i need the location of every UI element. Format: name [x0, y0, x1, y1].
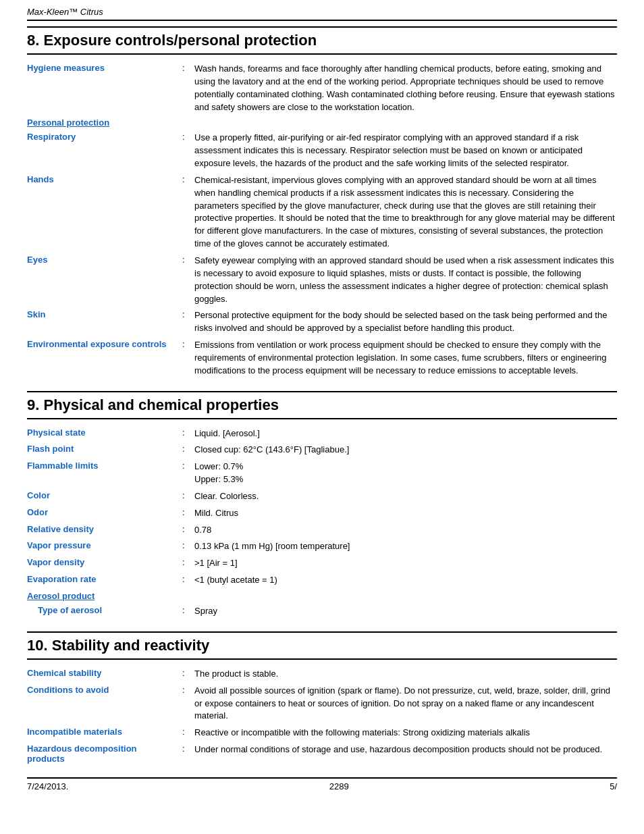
doc-header: Max-Kleen™ Citrus — [27, 7, 617, 21]
hazardous-decomposition-colon: : — [182, 744, 194, 754]
evaporation-rate-colon: : — [182, 574, 194, 584]
incompatible-materials-value: Reactive or incompatible with the follow… — [194, 727, 617, 739]
chemical-stability-label: Chemical stability — [27, 668, 182, 678]
color-label: Color — [27, 490, 182, 500]
odor-value: Mild. Citrus — [194, 507, 617, 520]
section-10-content: Chemical stability : The product is stab… — [27, 665, 617, 771]
section-8: 8. Exposure controls/personal protection… — [27, 26, 617, 384]
skin-value: Personal protective equipment for the bo… — [194, 309, 617, 335]
footer-date: 7/24/2013. — [27, 781, 68, 791]
skin-label: Skin — [27, 309, 182, 319]
relative-density-colon: : — [182, 524, 194, 534]
respiratory-row: Respiratory : Use a properly fitted, air… — [27, 132, 617, 170]
relative-density-label: Relative density — [27, 524, 182, 534]
odor-row: Odor : Mild. Citrus — [27, 507, 617, 520]
physical-state-label: Physical state — [27, 427, 182, 438]
respiratory-value: Use a properly fitted, air-purifying or … — [194, 132, 617, 170]
flammable-limits-row: Flammable limits : Lower: 0.7% Upper: 5.… — [27, 461, 617, 486]
type-of-aerosol-colon: : — [182, 605, 194, 615]
footer-page-number: 2289 — [329, 781, 349, 791]
section-9-title: 9. Physical and chemical properties — [27, 391, 617, 419]
vapor-density-colon: : — [182, 557, 194, 567]
hazardous-decomposition-value: Under normal conditions of storage and u… — [194, 744, 617, 756]
flammable-limits-colon: : — [182, 461, 194, 471]
aerosol-product-header-row: Aerosol product — [27, 591, 617, 601]
footer-page-indicator: 5/ — [610, 781, 617, 791]
section-8-title: 8. Exposure controls/personal protection — [27, 26, 617, 55]
env-exposure-label: Environmental exposure controls — [27, 339, 182, 349]
incompatible-materials-colon: : — [182, 727, 194, 737]
product-name: Max-Kleen™ Citrus — [27, 7, 103, 17]
eyes-row: Eyes : Safety eyewear complying with an … — [27, 255, 617, 305]
vapor-pressure-row: Vapor pressure : 0.13 kPa (1 mm Hg) [roo… — [27, 540, 617, 553]
hygiene-measures-value: Wash hands, forearms and face thoroughly… — [194, 63, 617, 113]
personal-protection-header-row: Personal protection — [27, 118, 617, 128]
flash-point-label: Flash point — [27, 444, 182, 454]
skin-row: Skin : Personal protective equipment for… — [27, 309, 617, 335]
conditions-to-avoid-value: Avoid all possible sources of ignition (… — [194, 685, 617, 723]
odor-label: Odor — [27, 507, 182, 517]
hazardous-decomposition-label: Hazardous decomposition products — [27, 744, 182, 764]
section-9: 9. Physical and chemical properties Phys… — [27, 391, 617, 625]
type-of-aerosol-row: Type of aerosol : Spray — [27, 605, 617, 618]
section-10: 10. Stability and reactivity Chemical st… — [27, 631, 617, 771]
personal-protection-label: Personal protection — [27, 118, 109, 128]
vapor-pressure-label: Vapor pressure — [27, 540, 182, 550]
chemical-stability-row: Chemical stability : The product is stab… — [27, 668, 617, 681]
physical-state-row: Physical state : Liquid. [Aerosol.] — [27, 427, 617, 440]
flash-point-row: Flash point : Closed cup: 62°C (143.6°F)… — [27, 444, 617, 457]
color-colon: : — [182, 490, 194, 500]
evaporation-rate-label: Evaporation rate — [27, 574, 182, 584]
vapor-density-value: >1 [Air = 1] — [194, 557, 617, 570]
hands-row: Hands : Chemical-resistant, impervious g… — [27, 174, 617, 251]
section-8-content: Hygiene measures : Wash hands, forearms … — [27, 60, 617, 384]
page-container: Max-Kleen™ Citrus 8. Exposure controls/p… — [0, 0, 644, 805]
hands-label: Hands — [27, 174, 182, 184]
hazardous-decomposition-row: Hazardous decomposition products : Under… — [27, 744, 617, 764]
conditions-to-avoid-label: Conditions to avoid — [27, 685, 182, 695]
hands-colon: : — [182, 174, 194, 184]
hygiene-measures-row: Hygiene measures : Wash hands, forearms … — [27, 63, 617, 113]
eyes-value: Safety eyewear complying with an approve… — [194, 255, 617, 305]
flash-point-colon: : — [182, 444, 194, 454]
eyes-colon: : — [182, 255, 194, 265]
aerosol-product-label: Aerosol product — [27, 591, 95, 601]
env-exposure-value: Emissions from ventilation or work proce… — [194, 339, 617, 377]
vapor-density-label: Vapor density — [27, 557, 182, 567]
color-value: Clear. Colorless. — [194, 490, 617, 503]
chemical-stability-colon: : — [182, 668, 194, 678]
flammable-limits-value: Lower: 0.7% Upper: 5.3% — [194, 461, 617, 486]
conditions-to-avoid-row: Conditions to avoid : Avoid all possible… — [27, 685, 617, 723]
color-row: Color : Clear. Colorless. — [27, 490, 617, 503]
eyes-label: Eyes — [27, 255, 182, 265]
chemical-stability-value: The product is stable. — [194, 668, 617, 681]
conditions-to-avoid-colon: : — [182, 685, 194, 695]
flammable-limits-label: Flammable limits — [27, 461, 182, 471]
flash-point-value: Closed cup: 62°C (143.6°F) [Tagliabue.] — [194, 444, 617, 457]
evaporation-rate-row: Evaporation rate : <1 (butyl acetate = 1… — [27, 574, 617, 587]
relative-density-value: 0.78 — [194, 524, 617, 537]
section-10-title: 10. Stability and reactivity — [27, 631, 617, 660]
hygiene-measures-colon: : — [182, 63, 194, 73]
incompatible-materials-row: Incompatible materials : Reactive or inc… — [27, 727, 617, 739]
env-exposure-colon: : — [182, 339, 194, 349]
type-of-aerosol-label: Type of aerosol — [27, 605, 182, 615]
respiratory-label: Respiratory — [27, 132, 182, 142]
odor-colon: : — [182, 507, 194, 517]
skin-colon: : — [182, 309, 194, 319]
hygiene-measures-label: Hygiene measures — [27, 63, 182, 73]
evaporation-rate-value: <1 (butyl acetate = 1) — [194, 574, 617, 587]
type-of-aerosol-value: Spray — [194, 605, 617, 618]
incompatible-materials-label: Incompatible materials — [27, 727, 182, 737]
vapor-density-row: Vapor density : >1 [Air = 1] — [27, 557, 617, 570]
footer: 7/24/2013. 2289 5/ — [27, 777, 617, 791]
vapor-pressure-value: 0.13 kPa (1 mm Hg) [room temperature] — [194, 540, 617, 553]
respiratory-colon: : — [182, 132, 194, 142]
section-9-content: Physical state : Liquid. [Aerosol.] Flas… — [27, 425, 617, 625]
physical-state-value: Liquid. [Aerosol.] — [194, 427, 617, 440]
relative-density-row: Relative density : 0.78 — [27, 524, 617, 537]
hands-value: Chemical-resistant, impervious gloves co… — [194, 174, 617, 251]
physical-state-colon: : — [182, 427, 194, 438]
vapor-pressure-colon: : — [182, 540, 194, 550]
env-exposure-row: Environmental exposure controls : Emissi… — [27, 339, 617, 377]
